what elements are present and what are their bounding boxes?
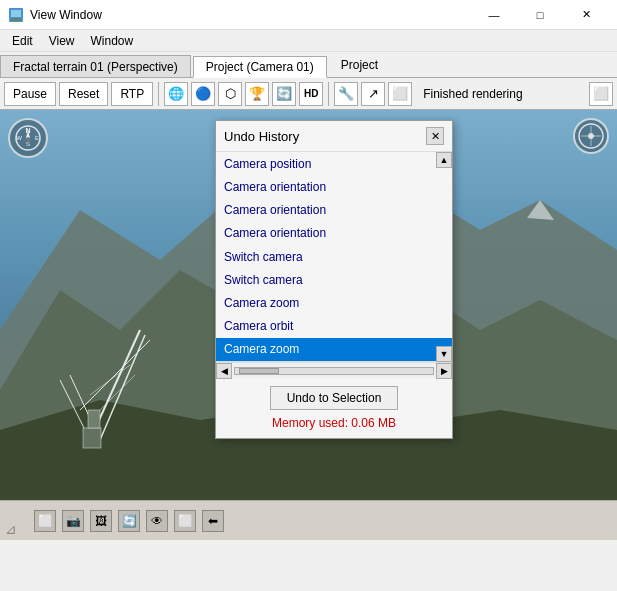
scroll-left-arrow[interactable]: ◀	[216, 363, 232, 379]
svg-text:W: W	[16, 135, 22, 141]
undo-item-12[interactable]: Camera zoom	[216, 338, 452, 361]
bottom-icon-5[interactable]: 👁	[146, 510, 168, 532]
undo-history-popup: Undo History ✕ Camera orientationCamera …	[215, 120, 453, 439]
tab-camera[interactable]: Project (Camera 01)	[193, 56, 327, 78]
render-status: Finished rendering	[423, 87, 522, 101]
scroll-track[interactable]	[234, 367, 434, 375]
horizontal-scrollbar: ◀ ▶	[216, 362, 452, 378]
tab-perspective[interactable]: Fractal terrain 01 (Perspective)	[0, 55, 191, 77]
window-title: View Window	[30, 8, 471, 22]
menu-edit[interactable]: Edit	[4, 32, 41, 50]
bottom-icon-2[interactable]: 📷	[62, 510, 84, 532]
undo-item-8[interactable]: Switch camera	[216, 246, 452, 269]
scroll-thumb[interactable]	[239, 368, 279, 374]
undo-item-7[interactable]: Camera orientation	[216, 222, 452, 245]
globe-icon-btn[interactable]: 🌐	[164, 82, 188, 106]
minimize-button[interactable]: —	[471, 0, 517, 30]
separator-2	[328, 82, 329, 106]
title-bar: View Window — □ ✕	[0, 0, 617, 30]
memory-used-label: Memory used: 0.06 MB	[272, 416, 396, 430]
bottom-icon-6[interactable]: ⬜	[174, 510, 196, 532]
pause-button[interactable]: Pause	[4, 82, 56, 106]
undo-popup-close-button[interactable]: ✕	[426, 127, 444, 145]
menu-bar: Edit View Window	[0, 30, 617, 52]
svg-point-29	[588, 133, 594, 139]
hd-icon-btn[interactable]: HD	[299, 82, 323, 106]
svg-rect-2	[11, 18, 21, 21]
scroll-up-arrow[interactable]: ▲	[436, 152, 452, 168]
settings-icon-btn[interactable]: 🔧	[334, 82, 358, 106]
undo-list-container: Camera orientationCamera positionCamera …	[216, 152, 452, 362]
bottom-panel: ⊿ ⬜ 📷 🖼 🔄 👁 ⬜ ⬅	[0, 500, 617, 540]
undo-item-5[interactable]: Camera orientation	[216, 176, 452, 199]
svg-text:E: E	[35, 135, 39, 141]
toolbar: Pause Reset RTP 🌐 🔵 ⬡ 🏆 🔄 HD 🔧 ↗ ⬜ Finis…	[0, 78, 617, 110]
svg-rect-1	[11, 10, 21, 17]
undo-to-selection-button[interactable]: Undo to Selection	[270, 386, 399, 410]
bottom-icon-3[interactable]: 🖼	[90, 510, 112, 532]
undo-footer: Undo to Selection Memory used: 0.06 MB	[216, 378, 452, 438]
app-icon	[8, 7, 24, 23]
menu-view[interactable]: View	[41, 32, 83, 50]
close-button[interactable]: ✕	[563, 0, 609, 30]
compass-top-left[interactable]: N S W E	[8, 118, 48, 158]
undo-list[interactable]: Camera orientationCamera positionCamera …	[216, 152, 452, 362]
arrow-icon-btn[interactable]: ↗	[361, 82, 385, 106]
bottom-icon-1[interactable]: ⬜	[34, 510, 56, 532]
main-viewport: N S W E Undo History ✕ Camera orientatio…	[0, 110, 617, 500]
svg-rect-14	[83, 428, 101, 448]
undo-item-11[interactable]: Camera orbit	[216, 315, 452, 338]
maximize-button[interactable]: □	[517, 0, 563, 30]
separator-1	[158, 82, 159, 106]
hex-icon-btn[interactable]: ⬡	[218, 82, 242, 106]
resize-icon: ⊿	[0, 518, 22, 540]
scroll-right-arrow[interactable]: ▶	[436, 363, 452, 379]
compass-top-right[interactable]	[573, 118, 609, 154]
sphere-icon-btn[interactable]: 🔵	[191, 82, 215, 106]
undo-item-9[interactable]: Switch camera	[216, 269, 452, 292]
tab-project[interactable]: Project	[329, 54, 390, 76]
undo-item-4[interactable]: Camera position	[216, 153, 452, 176]
svg-rect-15	[88, 410, 100, 428]
bottom-icon-4[interactable]: 🔄	[118, 510, 140, 532]
fullscreen-icon-btn[interactable]: ⬜	[589, 82, 613, 106]
undo-item-6[interactable]: Camera orientation	[216, 199, 452, 222]
square-icon-btn[interactable]: ⬜	[388, 82, 412, 106]
undo-popup-title: Undo History	[224, 129, 299, 144]
undo-popup-header: Undo History ✕	[216, 121, 452, 152]
scroll-down-arrow[interactable]: ▼	[436, 346, 452, 362]
window-controls: — □ ✕	[471, 0, 609, 30]
rtp-button[interactable]: RTP	[111, 82, 153, 106]
trophy-icon-btn[interactable]: 🏆	[245, 82, 269, 106]
menu-window[interactable]: Window	[82, 32, 141, 50]
undo-item-10[interactable]: Camera zoom	[216, 292, 452, 315]
reset-button[interactable]: Reset	[59, 82, 108, 106]
bottom-icon-7[interactable]: ⬅	[202, 510, 224, 532]
tab-bar: Fractal terrain 01 (Perspective) Project…	[0, 52, 617, 78]
refresh-icon-btn[interactable]: 🔄	[272, 82, 296, 106]
